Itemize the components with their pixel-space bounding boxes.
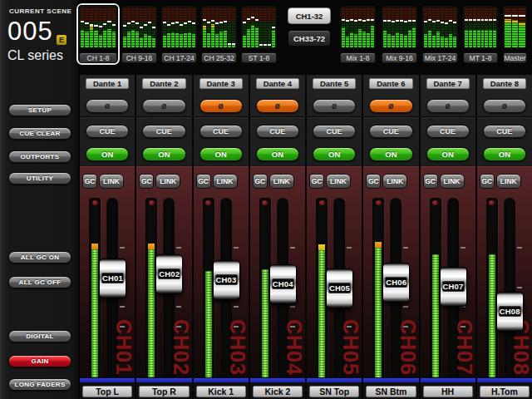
phase-button[interactable]: ø bbox=[200, 99, 243, 113]
cue-button[interactable]: CUE bbox=[200, 125, 243, 138]
cue-button[interactable]: CUE bbox=[256, 125, 299, 138]
input-patch-label[interactable]: Dante 1 bbox=[86, 78, 129, 89]
on-button[interactable]: ON bbox=[483, 147, 526, 161]
on-button[interactable]: ON bbox=[256, 147, 299, 161]
fader-cap[interactable]: CH05 bbox=[326, 268, 353, 308]
link-button[interactable]: LINK bbox=[326, 174, 351, 189]
meter-block-st-1-8[interactable]: ST 1-8 bbox=[240, 5, 278, 63]
meter-block-mix-9-16[interactable]: Mix 9-16 bbox=[381, 5, 418, 63]
link-button[interactable]: LINK bbox=[269, 174, 294, 189]
cue-button[interactable]: CUE bbox=[369, 125, 412, 138]
fader-cap[interactable]: CH02 bbox=[155, 254, 183, 294]
meter-block-mix-1-8[interactable]: Mix 1-8 bbox=[339, 5, 377, 63]
on-button[interactable]: ON bbox=[313, 147, 356, 161]
channel-name-label[interactable]: HH bbox=[423, 386, 473, 397]
channel-name-label[interactable]: Kick 2 bbox=[253, 386, 303, 397]
fader-cap[interactable]: CH08 bbox=[496, 292, 524, 332]
link-button[interactable]: LINK bbox=[99, 174, 124, 189]
phase-button[interactable]: ø bbox=[256, 99, 299, 113]
current-scene-label: CURRENT SCENE bbox=[9, 7, 71, 15]
on-button[interactable]: ON bbox=[142, 147, 185, 161]
meter-block-master[interactable]: Master bbox=[502, 5, 528, 63]
gain-compensation-button[interactable]: GC bbox=[366, 174, 381, 189]
phase-button[interactable]: ø bbox=[86, 99, 129, 113]
cue-button[interactable]: CUE bbox=[313, 125, 356, 138]
phase-button[interactable]: ø bbox=[483, 99, 526, 113]
gain-compensation-button[interactable]: GC bbox=[309, 174, 324, 189]
link-button[interactable]: LINK bbox=[496, 174, 521, 189]
on-button[interactable]: ON bbox=[426, 147, 470, 161]
sidebar-button-outports[interactable]: OUTPORTS bbox=[8, 150, 71, 163]
sidebar-button-all-gc-on[interactable]: ALL GC ON bbox=[8, 251, 71, 264]
on-button[interactable]: ON bbox=[369, 147, 412, 161]
channel-name-label[interactable]: Top L bbox=[82, 386, 132, 397]
channel-name-label[interactable]: H.Tom bbox=[480, 386, 530, 397]
meter-peak-hold bbox=[392, 21, 395, 22]
meter-peak-hold bbox=[103, 23, 106, 25]
link-button[interactable]: LINK bbox=[382, 174, 407, 189]
meter-peak-hold bbox=[180, 24, 183, 26]
gain-compensation-button[interactable]: GC bbox=[480, 174, 495, 189]
sidebar-button-long-faders[interactable]: LONG FADERS bbox=[8, 378, 71, 391]
meter-block-ch-25-32[interactable]: CH 25-32 bbox=[200, 5, 238, 63]
meter-peak-hold bbox=[251, 17, 254, 18]
input-patch-label[interactable]: Dante 7 bbox=[426, 78, 470, 89]
level-meter-bar bbox=[362, 7, 366, 47]
meter-block-ch-9-16[interactable]: CH 9-16 bbox=[121, 5, 158, 63]
meter-block-mix-17-24[interactable]: Mix 17-24 bbox=[421, 5, 459, 63]
meter-block-ch-17-24[interactable]: CH 17-24 bbox=[160, 5, 198, 63]
section-divider bbox=[136, 116, 191, 118]
meter-block-mt-1-8[interactable]: MT 1-8 bbox=[462, 5, 499, 63]
channel-strip-3: Dante 3øCUEONGCLINKCH03CH03Kick 1 bbox=[194, 75, 249, 399]
fader-scale-tick bbox=[120, 247, 125, 249]
fader-cap[interactable]: CH06 bbox=[382, 263, 410, 303]
input-patch-label[interactable]: Dante 4 bbox=[256, 78, 299, 89]
bank-button-ch1-32[interactable]: CH1-32 bbox=[288, 7, 331, 24]
on-button[interactable]: ON bbox=[86, 147, 129, 161]
on-button[interactable]: ON bbox=[200, 147, 243, 161]
sidebar-button-digital[interactable]: DIGITAL bbox=[8, 330, 71, 342]
phase-button[interactable]: ø bbox=[426, 99, 470, 113]
channel-name-label[interactable]: Kick 1 bbox=[196, 386, 246, 397]
input-patch-label[interactable]: Dante 6 bbox=[369, 78, 412, 89]
fader-cap[interactable]: CH03 bbox=[213, 260, 240, 300]
sidebar-button-gain[interactable]: GAIN bbox=[8, 355, 71, 367]
input-patch-label[interactable]: Dante 8 bbox=[483, 78, 526, 89]
channel-name-label[interactable]: Top R bbox=[139, 386, 189, 397]
meter-peak-hold bbox=[215, 22, 219, 24]
cue-button[interactable]: CUE bbox=[483, 125, 526, 138]
gain-compensation-button[interactable]: GC bbox=[196, 174, 211, 189]
cue-button[interactable]: CUE bbox=[86, 125, 129, 138]
sidebar-button-all-gc-off[interactable]: ALL GC OFF bbox=[8, 276, 71, 288]
phase-button[interactable]: ø bbox=[142, 99, 185, 113]
cue-button[interactable]: CUE bbox=[142, 125, 185, 138]
phase-button[interactable]: ø bbox=[313, 99, 356, 113]
gain-compensation-button[interactable]: GC bbox=[253, 174, 268, 189]
gain-compensation-button[interactable]: GC bbox=[82, 174, 97, 189]
link-button[interactable]: LINK bbox=[213, 174, 238, 189]
sidebar-button-cue-clear[interactable]: CUE CLEAR bbox=[8, 127, 71, 140]
phase-button[interactable]: ø bbox=[369, 99, 412, 113]
scene-panel[interactable]: CURRENT SCENE 005 E CL series bbox=[2, 0, 80, 73]
meter-peak-hold bbox=[493, 19, 496, 21]
channel-name-label[interactable]: SN Btm bbox=[366, 386, 416, 397]
fader-cap[interactable]: CH04 bbox=[269, 264, 297, 304]
link-button[interactable]: LINK bbox=[440, 174, 465, 189]
meter-peak-hold bbox=[144, 24, 147, 26]
level-meter-bar bbox=[473, 7, 476, 47]
cue-button[interactable]: CUE bbox=[426, 125, 470, 138]
fader-cap[interactable]: CH01 bbox=[99, 259, 126, 298]
sidebar-button-setup[interactable]: SETUP bbox=[8, 104, 71, 116]
bank-button-ch33-72[interactable]: CH33-72 bbox=[288, 30, 331, 47]
input-patch-label[interactable]: Dante 3 bbox=[200, 78, 243, 89]
input-patch-label[interactable]: Dante 2 bbox=[142, 78, 185, 89]
sidebar-button-utility[interactable]: UTILITY bbox=[8, 172, 71, 185]
gain-compensation-button[interactable]: GC bbox=[139, 174, 154, 189]
gain-compensation-button[interactable]: GC bbox=[423, 174, 438, 189]
channel-name-label[interactable]: SN Top bbox=[309, 386, 359, 397]
meter-peak-hold bbox=[264, 44, 267, 46]
meter-block-ch-1-8[interactable]: CH 1-8 bbox=[78, 5, 118, 63]
fader-cap[interactable]: CH07 bbox=[440, 267, 467, 307]
input-patch-label[interactable]: Dante 5 bbox=[313, 78, 356, 89]
link-button[interactable]: LINK bbox=[155, 174, 180, 189]
